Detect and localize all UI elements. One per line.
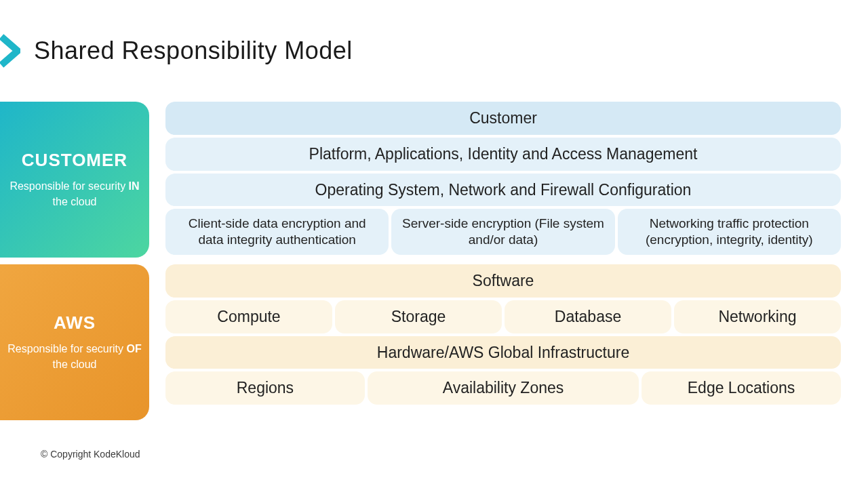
aws-row-software: Software	[165, 264, 841, 298]
customer-subtitle: Responsible for security IN the cloud	[7, 179, 142, 209]
customer-row-network-protection: Networking traffic protection (encryptio…	[618, 209, 841, 255]
customer-sub-pre: Responsible for security	[9, 180, 128, 192]
customer-row-platform: Platform, Applications, Identity and Acc…	[165, 138, 841, 171]
title-row: Shared Responsibility Model	[0, 34, 353, 68]
aws-subtitle: Responsible for security OF the cloud	[7, 342, 142, 372]
aws-section: AWS Responsible for security OF the clou…	[0, 264, 841, 420]
aws-row-regions: Regions	[165, 371, 365, 405]
customer-row-customer: Customer	[165, 102, 841, 135]
customer-sub-bold: IN	[129, 180, 140, 192]
aws-row-compute: Compute	[165, 300, 332, 333]
page-title: Shared Responsibility Model	[34, 37, 353, 65]
aws-row-hardware: Hardware/AWS Global Infrastructure	[165, 336, 841, 369]
aws-sub-pre: Responsible for security	[7, 343, 126, 354]
customer-sub-post: the cloud	[53, 196, 97, 207]
customer-row-server-encryption: Server-side encryption (File system and/…	[391, 209, 614, 255]
customer-section: CUSTOMER Responsible for security IN the…	[0, 102, 841, 258]
customer-stack: Customer Platform, Applications, Identit…	[165, 102, 841, 258]
aws-row-networking: Networking	[674, 300, 841, 333]
aws-row-database: Database	[505, 300, 671, 333]
aws-row-storage: Storage	[335, 300, 502, 333]
shared-responsibility-diagram: CUSTOMER Responsible for security IN the…	[0, 102, 841, 420]
aws-sub-bold: OF	[126, 343, 141, 354]
aws-side-label: AWS Responsible for security OF the clou…	[0, 264, 149, 420]
customer-row-os: Operating System, Network and Firewall C…	[165, 174, 841, 207]
aws-sub-post: the cloud	[53, 359, 97, 370]
aws-stack: Software Compute Storage Database Networ…	[165, 264, 841, 420]
customer-row-client-encryption: Client-side data encryption and data int…	[165, 209, 389, 255]
copyright-footer: © Copyright KodeKloud	[41, 449, 140, 460]
customer-label: CUSTOMER	[22, 150, 127, 171]
customer-side-label: CUSTOMER Responsible for security IN the…	[0, 102, 149, 258]
chevron-right-icon	[0, 34, 20, 68]
aws-row-edge: Edge Locations	[642, 371, 841, 405]
aws-row-azs: Availability Zones	[368, 371, 639, 405]
aws-label: AWS	[54, 312, 96, 333]
